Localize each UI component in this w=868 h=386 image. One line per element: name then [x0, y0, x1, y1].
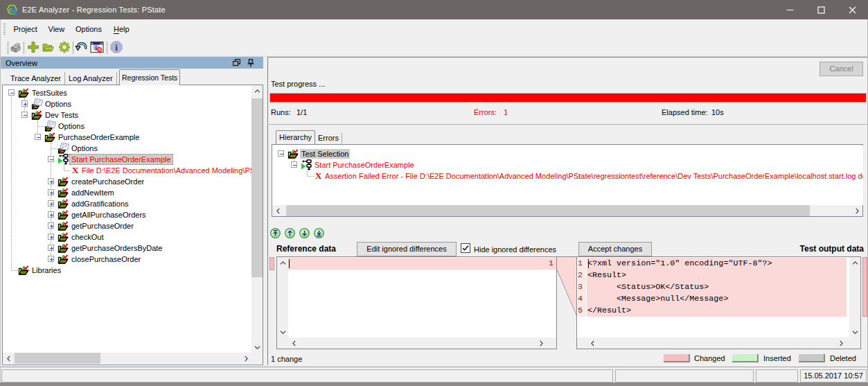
scroll-left-button[interactable] [288, 337, 299, 349]
tree-expander-plus[interactable] [48, 234, 54, 240]
menu-view[interactable]: View [48, 19, 65, 40]
tree-expander-plus[interactable] [48, 211, 54, 218]
vertical-scrollbar[interactable] [849, 257, 860, 337]
undo-button[interactable] [75, 41, 89, 55]
vertical-scrollbar[interactable] [251, 85, 263, 353]
tab-errors[interactable]: Errors [315, 132, 342, 144]
tab-trace-analyzer[interactable]: Trace Analyzer [7, 72, 65, 85]
scroll-left-button[interactable] [272, 205, 283, 216]
tree-row[interactable]: Start PurchaseOrderExample [273, 159, 863, 170]
menu-options[interactable]: Options [76, 19, 102, 40]
tree-label[interactable]: getPurchaseOrdersByDate [70, 243, 163, 253]
tree-expander-plus[interactable] [48, 245, 54, 251]
tree-label[interactable]: getPurchaseOrder [70, 221, 135, 231]
tab-log-analyzer[interactable]: Log Analyzer [65, 72, 117, 85]
open-button[interactable] [41, 41, 55, 55]
add-button[interactable] [26, 41, 40, 55]
scroll-up-button[interactable] [277, 257, 288, 268]
tree-expander-minus[interactable] [35, 134, 41, 140]
tab-regression-tests[interactable]: Regression Tests [119, 69, 180, 85]
tree-label[interactable]: Options [70, 143, 99, 153]
scrollbar-thumb[interactable] [15, 353, 100, 364]
horizontal-scrollbar[interactable] [272, 205, 862, 216]
vertical-scrollbar[interactable] [277, 257, 288, 337]
tree-label[interactable]: Libraries [30, 265, 62, 275]
scroll-down-button[interactable] [849, 326, 860, 337]
tree-expander-plus[interactable] [48, 222, 54, 229]
tree-label[interactable]: getAllPurchaseOrders [70, 210, 148, 220]
reference-data-pane[interactable]: 1 [276, 256, 557, 349]
print-button[interactable] [8, 41, 22, 55]
tree-label[interactable]: addNewItem [70, 188, 116, 198]
tree-row[interactable]: XAssertion Failed Error - File D:\E2E Do… [273, 170, 863, 182]
scroll-left-button[interactable] [3, 353, 14, 364]
tree-row[interactable]: addGratifications [3, 198, 252, 209]
horizontal-scrollbar[interactable] [587, 337, 847, 349]
tree-row[interactable]: getAllPurchaseOrders [3, 209, 252, 220]
tree-row[interactable]: getPurchaseOrder [3, 220, 252, 231]
scrollbar-thumb[interactable] [251, 98, 263, 277]
tree-label[interactable]: TestSuites [30, 88, 69, 98]
tree-expander-plus[interactable] [48, 200, 54, 207]
first-difference-icon[interactable] [270, 228, 281, 238]
vertical-splitter[interactable] [267, 57, 268, 365]
last-difference-icon[interactable] [314, 228, 324, 238]
tree-expander-plus[interactable] [21, 100, 28, 107]
tree-label[interactable]: PurchaseOrderExample [57, 132, 141, 142]
tree-expander-minus[interactable] [8, 89, 15, 96]
scrollbar-thumb[interactable] [286, 205, 810, 216]
tab-hierarchy[interactable]: Hierarchy [276, 130, 315, 144]
tree-label[interactable]: closePurchaseOrder [70, 254, 142, 264]
tree-label[interactable]: Test Selection [300, 149, 350, 159]
tree-row[interactable]: checkOut [3, 231, 252, 243]
tree-row[interactable]: createPurchaseOrder [3, 176, 252, 187]
tree-label[interactable]: Start PurchaseOrderExample [313, 160, 416, 170]
next-difference-icon[interactable] [299, 228, 310, 238]
close-button[interactable] [837, 0, 868, 19]
scroll-down-button[interactable] [251, 342, 263, 353]
menu-project[interactable]: Project [14, 19, 37, 40]
scroll-right-button[interactable] [535, 337, 547, 349]
scroll-right-button[interactable] [835, 337, 847, 349]
edit-ignored-differences-button[interactable]: Edit ignored differences [357, 242, 457, 256]
tree-row[interactable]: PurchaseOrderExample [3, 132, 252, 143]
tree-label[interactable]: checkOut [70, 232, 105, 242]
scroll-left-button[interactable] [587, 337, 598, 349]
info-button[interactable]: i [109, 41, 123, 55]
tree-row[interactable]: getPurchaseOrdersByDate [3, 243, 252, 254]
cancel-button[interactable]: Cancel [820, 62, 863, 76]
tree-row[interactable]: Options [3, 121, 252, 132]
tree-label[interactable]: File D:\E2E Documentation\Advanced Model… [80, 166, 252, 175]
tree-row[interactable]: Libraries [3, 265, 252, 276]
tree-label[interactable]: addGratifications [70, 199, 130, 209]
hide-ignored-differences-checkbox[interactable] [461, 243, 470, 253]
tree-label[interactable]: Assertion Failed Error - File D:\E2E Doc… [324, 171, 863, 181]
tree-row[interactable]: Start PurchaseOrderExample [3, 154, 252, 165]
scroll-up-button[interactable] [251, 85, 263, 96]
tree-row[interactable]: addNewItem [3, 187, 252, 198]
tree-expander-plus[interactable] [48, 189, 54, 195]
tree-expander-minus[interactable] [48, 156, 54, 162]
maximize-button[interactable] [806, 0, 837, 19]
scroll-up-button[interactable] [849, 257, 860, 268]
tree-label[interactable]: Options [44, 99, 73, 109]
tree-label[interactable]: createPurchaseOrder [70, 177, 145, 186]
tree-expander-plus[interactable] [48, 178, 54, 184]
tree-expander-minus[interactable] [291, 161, 297, 168]
accept-changes-button[interactable]: Accept changes [578, 242, 652, 256]
test-output-pane[interactable]: 1<?xml version="1.0" encoding="UTF-8"?>2… [576, 256, 861, 349]
tree-label[interactable]: Options [57, 121, 86, 131]
menu-help[interactable]: Help [114, 19, 130, 40]
tree-row[interactable]: Test Selection [273, 148, 863, 159]
tree-label[interactable]: Start PurchaseOrderExample [70, 155, 172, 164]
scroll-right-button[interactable] [851, 205, 862, 216]
horizontal-scrollbar[interactable] [288, 337, 547, 349]
pin-icon[interactable] [247, 59, 256, 67]
previous-difference-icon[interactable] [285, 228, 295, 238]
tree-row[interactable]: TestSuites [3, 87, 252, 98]
scroll-right-button[interactable] [240, 353, 251, 364]
info-windows-button[interactable]: i [89, 41, 105, 55]
hide-ignored-differences-label[interactable]: Hide ignored differences [474, 245, 556, 255]
tree-row[interactable]: Options [3, 143, 252, 154]
tree-expander-plus[interactable] [48, 256, 54, 262]
